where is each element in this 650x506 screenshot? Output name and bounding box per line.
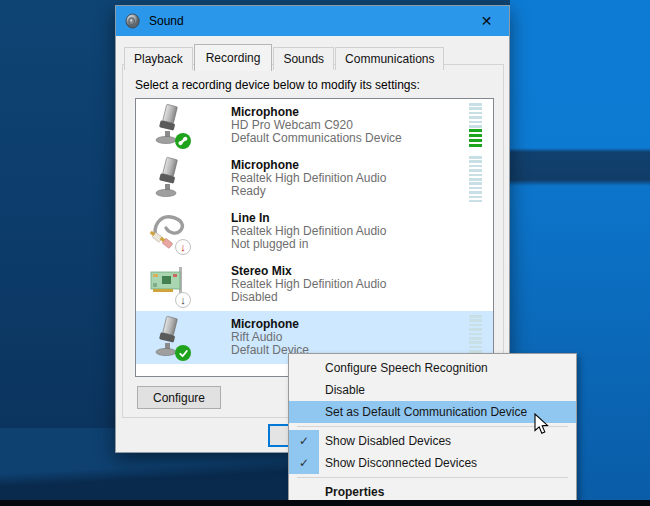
window-title: Sound (149, 14, 184, 28)
menu-item-show-disconnected-devices[interactable]: ✓ Show Disconnected Devices (289, 452, 576, 474)
screen-bottom-strip (0, 500, 650, 506)
cursor-icon (531, 413, 549, 440)
checkmark-icon: ✓ (289, 452, 319, 474)
checkmark-icon: ✓ (289, 430, 319, 452)
speaker-icon (125, 13, 141, 29)
device-list: Microphone HD Pro Webcam C920 Default Co… (135, 98, 494, 377)
titlebar[interactable]: Sound ✕ (116, 6, 509, 36)
device-status: Default Communications Device (231, 132, 402, 145)
stereo-mix-icon: ↓ (149, 263, 189, 307)
menu-separator (297, 477, 568, 478)
tab-strip: Playback Recording Sounds Communications (124, 44, 445, 70)
tab-communications[interactable]: Communications (335, 47, 444, 70)
configure-button[interactable]: Configure (137, 386, 221, 409)
level-meter (469, 103, 482, 149)
microphone-icon (149, 316, 189, 360)
microphone-icon (149, 104, 189, 148)
phone-badge-icon (175, 133, 191, 149)
device-status: Ready (231, 185, 386, 198)
default-check-badge-icon (175, 345, 191, 361)
instruction-label: Select a recording device below to modif… (135, 78, 420, 92)
close-icon[interactable]: ✕ (464, 6, 509, 36)
device-row-line-in[interactable]: ↓ Line In Realtek High Definition Audio … (136, 205, 493, 258)
device-row-stereo-mix[interactable]: ↓ Stereo Mix Realtek High Definition Aud… (136, 258, 493, 311)
device-status: Disabled (231, 291, 386, 304)
not-plugged-in-badge-icon: ↓ (175, 239, 191, 255)
device-status: Not plugged in (231, 238, 386, 251)
line-in-icon: ↓ (149, 210, 189, 254)
menu-separator (297, 426, 568, 427)
menu-item-configure-speech-recognition[interactable]: Configure Speech Recognition (289, 357, 576, 379)
disabled-badge-icon: ↓ (175, 292, 191, 308)
device-row-realtek-mic[interactable]: Microphone Realtek High Definition Audio… (136, 152, 493, 205)
tab-playback[interactable]: Playback (124, 47, 193, 70)
menu-item-disable[interactable]: Disable (289, 379, 576, 401)
level-meter (469, 156, 482, 202)
tab-sounds[interactable]: Sounds (273, 47, 334, 70)
device-row-webcam-mic[interactable]: Microphone HD Pro Webcam C920 Default Co… (136, 99, 493, 152)
tab-recording[interactable]: Recording (194, 44, 273, 71)
microphone-icon (149, 157, 189, 201)
